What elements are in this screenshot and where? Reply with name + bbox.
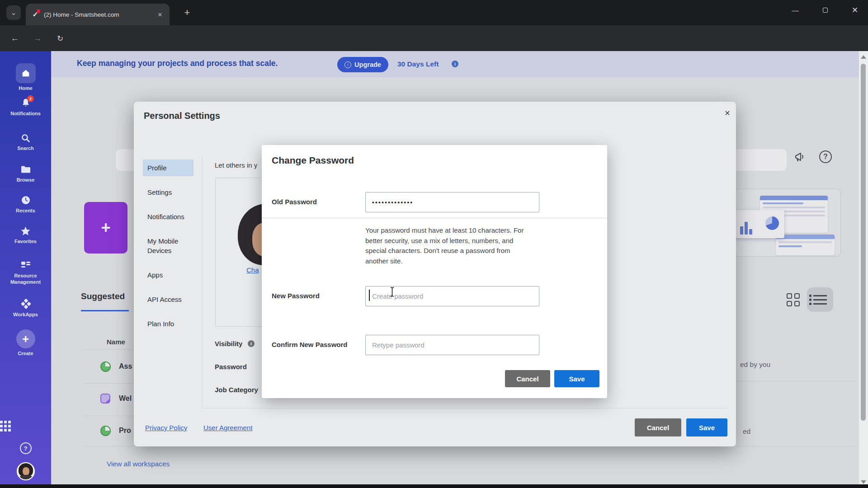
visibility-info-icon[interactable]: i	[248, 340, 255, 347]
sidebar-item-resource-management[interactable]: Resource Management	[0, 260, 51, 286]
new-tab-button[interactable]: +	[181, 6, 193, 19]
confirm-password-label: Confirm New Password	[272, 341, 348, 348]
restore-icon	[823, 8, 828, 13]
tab-title: (2) Home - Smartsheet.com	[44, 11, 156, 18]
new-password-label: New Password	[272, 292, 320, 300]
forward-icon[interactable]: →	[31, 32, 44, 45]
settings-nav-profile[interactable]: Profile	[143, 160, 193, 176]
create-plus-icon: +	[16, 329, 35, 348]
user-agreement-link[interactable]: User Agreement	[203, 424, 252, 432]
screen: ⌄ ✓ (2) Home - Smartsheet.com ✕ + — ✕ ← …	[0, 0, 868, 488]
resource-management-icon	[0, 260, 51, 271]
help-icon: ?	[20, 442, 32, 454]
sidebar-item-search[interactable]: Search	[0, 132, 51, 151]
dialog-save-button[interactable]: Save	[554, 370, 599, 387]
password-label: Password	[215, 363, 247, 371]
modal-save-button[interactable]: Save	[686, 418, 727, 436]
text-caret	[369, 290, 370, 301]
sidebar-item-create[interactable]: + Create	[0, 329, 51, 357]
clock-icon	[0, 195, 51, 206]
avatar	[17, 462, 35, 480]
folder-icon	[0, 164, 51, 175]
settings-nav-notifications[interactable]: Notifications	[143, 208, 193, 225]
sidebar-item-home[interactable]: Home	[0, 63, 51, 91]
settings-nav-api-access[interactable]: API Access	[143, 291, 193, 308]
settings-nav-my-mobile-devices[interactable]: My Mobile Devices	[143, 233, 193, 259]
search-icon	[0, 132, 51, 143]
modal-cancel-button[interactable]: Cancel	[635, 418, 681, 436]
page-scrollbar[interactable]	[859, 51, 868, 488]
notification-dot	[37, 9, 40, 13]
settings-nav: Profile Settings Notifications My Mobile…	[143, 160, 198, 340]
ibeam-cursor-icon	[389, 287, 395, 299]
app-sidebar: Home 2 Notifications Search Browse R	[0, 51, 51, 488]
modal-title: Personal Settings	[144, 111, 220, 121]
sidebar-item-workapps[interactable]: WorkApps	[0, 299, 51, 318]
job-category-label: Job Category	[215, 386, 258, 394]
old-password-input[interactable]	[365, 192, 539, 212]
divider	[202, 156, 203, 409]
settings-nav-settings[interactable]: Settings	[143, 184, 193, 201]
window-restore-button[interactable]	[815, 0, 835, 20]
password-hint-text: Your password must have at least 10 char…	[365, 225, 524, 266]
scrollbar-thumb[interactable]	[861, 64, 866, 421]
privacy-policy-link[interactable]: Privacy Policy	[145, 424, 187, 432]
browser-titlebar: ⌄ ✓ (2) Home - Smartsheet.com ✕ + — ✕	[0, 0, 868, 25]
reload-icon[interactable]: ↻	[53, 32, 67, 45]
star-icon	[0, 225, 51, 236]
apps-grid-icon	[0, 421, 51, 432]
modal-close-icon[interactable]: ✕	[722, 107, 733, 119]
sidebar-item-recents[interactable]: Recents	[0, 195, 51, 214]
scroll-down-icon[interactable]	[861, 480, 866, 484]
divider	[262, 218, 607, 218]
dialog-title: Change Password	[272, 155, 354, 166]
confirm-password-input[interactable]	[365, 335, 539, 355]
workapps-icon	[0, 299, 51, 310]
window-close-button[interactable]: ✕	[844, 0, 865, 20]
home-icon	[16, 63, 36, 83]
divider	[202, 408, 726, 408]
profile-intro-fragment: Let others in y	[215, 161, 262, 169]
old-password-label: Old Password	[272, 198, 317, 206]
help-button[interactable]: ?	[0, 442, 51, 454]
sidebar-item-favorites[interactable]: Favorites	[0, 225, 51, 244]
bottom-strip	[0, 484, 868, 488]
tab-close-icon[interactable]: ✕	[156, 10, 164, 19]
browser-toolbar: ← → ↻ app.smartsheet.com/home ☆ Incognit…	[0, 25, 868, 51]
dialog-cancel-button[interactable]: Cancel	[505, 370, 550, 387]
sidebar-item-notifications[interactable]: 2 Notifications	[0, 98, 51, 117]
change-photo-link-fragment[interactable]: Cha	[246, 266, 262, 274]
account-avatar[interactable]	[0, 462, 51, 480]
settings-nav-apps[interactable]: Apps	[143, 267, 193, 283]
scroll-up-icon[interactable]	[861, 55, 866, 59]
smartsheet-favicon-icon: ✓	[31, 10, 39, 19]
bell-icon: 2	[0, 98, 51, 108]
notification-badge: 2	[27, 95, 34, 102]
browser-tab[interactable]: ✓ (2) Home - Smartsheet.com ✕	[26, 4, 170, 25]
sidebar-item-browse[interactable]: Browse	[0, 164, 51, 183]
settings-nav-plan-info[interactable]: Plan Info	[143, 315, 193, 332]
app-launcher-button[interactable]	[0, 421, 51, 432]
tab-search-button[interactable]: ⌄	[6, 5, 21, 20]
back-icon[interactable]: ←	[8, 32, 22, 45]
change-password-dialog: Change Password Old Password Your passwo…	[262, 145, 607, 398]
visibility-label: Visibility	[215, 340, 242, 347]
chevron-down-icon: ⌄	[11, 9, 17, 17]
window-minimize-button[interactable]: —	[785, 0, 806, 20]
